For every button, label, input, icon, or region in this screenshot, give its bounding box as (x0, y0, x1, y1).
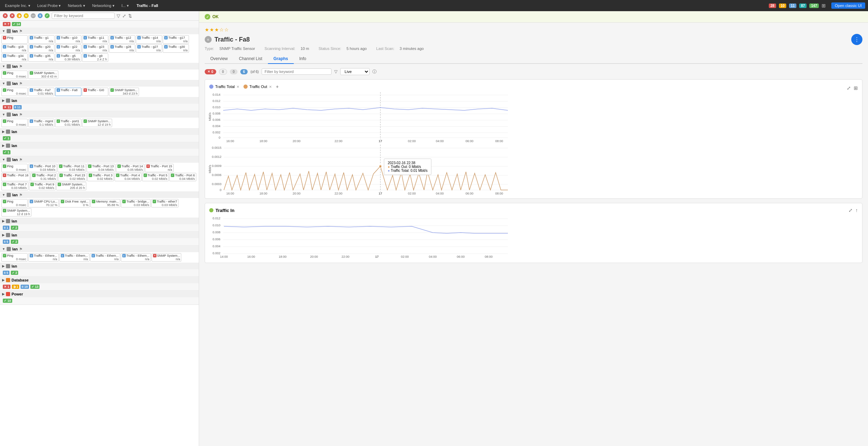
sensor-traffic-g23[interactable]: II Traffic - g23 n/a (82, 44, 108, 53)
legend-remove-out[interactable]: ✕ (269, 85, 272, 89)
sensor-disk[interactable]: ✓ Disk Free: syst... 0 % (59, 199, 90, 207)
sensor-snmp-sys-5[interactable]: ✓ SNMP System... 12 d 19 h (82, 119, 112, 127)
graph-search-input[interactable] (262, 68, 331, 75)
tab-overview[interactable]: Overview (205, 54, 233, 64)
sensor-traffic-g27[interactable]: II Traffic - g27 n/a (136, 44, 162, 53)
sensor-traffic-port1[interactable]: ✓ Traffic - port1 0.01 Mbit/s (55, 119, 81, 127)
sensor-snmp-sys-8[interactable]: ✓ SNMP System... 205 d 20 h (56, 182, 86, 190)
filter-icon[interactable]: ▽ (334, 69, 337, 74)
tab-info[interactable]: Info (294, 54, 312, 64)
status-red-dot[interactable]: ✕ (3, 13, 8, 18)
sensor-traffic-ether7[interactable]: ✓ Traffic - ether7 0.03 Mbit/s (151, 199, 178, 207)
sensor-traffic-g20[interactable]: II Traffic - g20 n/a (28, 44, 54, 53)
group-header-power[interactable]: ▶ Power (0, 291, 199, 297)
sensor-traffic-port7[interactable]: ✓ Traffic - Port 7 0.03 Mbit/s (1, 182, 28, 190)
filter-badge-yellow[interactable]: 0 (219, 69, 227, 75)
group-header-eth[interactable]: ▼ lan ⚑ (0, 246, 199, 252)
status-gray-dot[interactable]: — (31, 13, 36, 18)
sensor-traffic-port14[interactable]: ✓ Traffic - Port 14 0.05 Mbit/s (116, 164, 145, 172)
sensor-traffic-gi0[interactable]: ✕ Traffic - GI0 (82, 88, 108, 96)
status-green-dot[interactable]: ✓ (45, 13, 50, 18)
mini-red-badge[interactable]: ✕ 7 (3, 22, 10, 26)
sensor-traffic-g19[interactable]: II Traffic - g19 n/a (1, 44, 28, 53)
group-header-2[interactable]: ▼ lan ⚑ (0, 63, 199, 70)
status-orange-dot[interactable]: ◑ (17, 13, 22, 18)
sensor-traffic-eth-1[interactable]: II Traffic - Ethere... n/a (28, 253, 59, 262)
nav-example-inc[interactable]: Example Inc. ▾ (3, 3, 32, 9)
sensor-ping-5[interactable]: ✓ Ping 0 msec (1, 119, 28, 127)
sensor-traffic-port9[interactable]: ✓ Traffic - Port 9 0.02 Mbit/s (29, 182, 56, 190)
group-header-9[interactable]: ▼ lan ⚑ (0, 192, 199, 198)
sensor-traffic-g9[interactable]: II Traffic - g9 2.4 Z h (82, 53, 108, 62)
sensor-traffic-fa7[interactable]: II Traffic - Fa7 0.01 Mbit/s (28, 88, 54, 96)
filter-badge-gray[interactable]: 0 (230, 69, 238, 74)
sensor-traffic-g35[interactable]: II Traffic - g35 n/a (28, 53, 54, 62)
sensor-snmp-sys-2[interactable]: ✓ SNMP System... 343 d 23 h (109, 88, 139, 96)
sensor-traffic-eth-3[interactable]: II Traffic - Ethem... n/a (90, 253, 120, 262)
tab-channel-list[interactable]: Channel List (233, 54, 268, 64)
nav-networking[interactable]: Networking ▾ (90, 3, 117, 9)
group-header-database[interactable]: ▶ Database (0, 277, 199, 283)
sensor-ping-eth[interactable]: ✓ Ping 0 msec (1, 253, 28, 262)
sensor-traffic-eth-4[interactable]: II Traffic - Ethem... n/a (121, 253, 151, 262)
add-channel-button[interactable]: + (276, 84, 279, 89)
sensor-snmp-sys-9[interactable]: ✓ SNMP System... 12 d 19 h (1, 208, 31, 217)
sensor-traffic-port15[interactable]: ✕ Traffic - Port 15 n/a (145, 164, 174, 172)
sensor-traffic-g17[interactable]: II Traffic - g17 n/a (163, 35, 189, 44)
sensor-traffic-g14[interactable]: II Traffic - g14 n/a (136, 35, 162, 44)
collapse-traffic-in-icon[interactable]: ↑ (855, 207, 858, 213)
nav-local-probe[interactable]: Local Probe ▾ (35, 3, 63, 9)
tab-graphs[interactable]: Graphs (268, 54, 294, 64)
info-icon[interactable]: ⓘ (372, 69, 377, 75)
filter-icon[interactable]: ▽ (117, 13, 120, 19)
sensor-snmp-sys[interactable]: ✓ SNMP System... 303 d 43 m (28, 71, 58, 79)
live-select[interactable]: Live Last hour Last 24h (340, 68, 370, 75)
badge-red[interactable]: 28 (769, 3, 776, 8)
group-header-11[interactable]: ▶ lan (0, 232, 199, 238)
sensor-traffic-g34[interactable]: II Traffic - g34 n/a (1, 53, 28, 62)
chart-options-icon[interactable]: ⊞ (854, 85, 858, 91)
split-view-icon[interactable]: ⊞ (822, 3, 826, 8)
group-header-10[interactable]: ▶ lan (0, 218, 199, 224)
group-header-1[interactable]: ▼ lan ⚑ (0, 28, 199, 34)
sensor-traffic-port5[interactable]: ✓ Traffic - Port 5 0.02 Mbit/s (142, 173, 169, 181)
status-yellow-dot[interactable]: N (24, 13, 29, 18)
sensor-traffic-port3[interactable]: ✓ Traffic - Port 3 0.02 Mbit/s (87, 173, 114, 181)
group-header-6[interactable]: ▶ lan (0, 129, 199, 135)
sensor-traffic-g11[interactable]: II Traffic - g11 n/a (82, 35, 108, 44)
expand-chart-icon[interactable]: ⤢ (847, 85, 851, 91)
sensor-traffic-port6[interactable]: ✓ Traffic - Port 6 0.04 Mbit/s (169, 173, 196, 181)
group-header-5[interactable]: ▼ lan ⚑ (0, 111, 199, 118)
status-red2-dot[interactable]: ✕ (10, 13, 15, 18)
filter-badge-blue[interactable]: 6 (240, 69, 248, 74)
sensor-traffic-g10[interactable]: II Traffic - g10 n/a (55, 35, 81, 44)
nav-network[interactable]: Network ▾ (66, 3, 87, 9)
nav-i[interactable]: I... ▾ (119, 3, 131, 9)
open-classic-button[interactable]: Open classic UI (831, 2, 865, 9)
sensor-traffic-port4[interactable]: ✓ Traffic - Port 4 0.04 Mbit/s (115, 173, 141, 181)
badge-green[interactable]: 147 (809, 3, 819, 8)
sensor-ping-8[interactable]: ✓ Ping 0 msec (1, 164, 28, 172)
sensor-traffic-port16[interactable]: ✕ Traffic - Port 16 (1, 173, 30, 181)
sensor-traffic-port10[interactable]: II Traffic - Port 10 0.03 Mbit/s (28, 164, 57, 172)
status-blue-dot[interactable]: II (38, 13, 43, 18)
sensor-ping[interactable]: ✕ Ping (1, 35, 28, 44)
group-header-3[interactable]: ▼ lan ⚑ (0, 80, 199, 87)
badge-orange[interactable]: 10 (779, 3, 786, 8)
sensor-traffic-fa8-card[interactable]: II Traffic - Fa8 (55, 88, 81, 96)
group-header-4[interactable]: ▶ lan (0, 97, 199, 104)
sensor-snmp-eth[interactable]: ✕ SNMP System... n/a (152, 253, 182, 262)
expand-traffic-in-icon[interactable]: ⤢ (848, 207, 853, 213)
sensor-traffic-port23[interactable]: ✓ Traffic - Port 23 0.02 Mbit/s (58, 173, 87, 181)
badge-teal[interactable]: 87 (799, 3, 807, 8)
filter-badge-red[interactable]: ✕ 0 (205, 69, 216, 74)
group-header-lan-last[interactable]: ▶ lan (0, 263, 199, 269)
sensor-traffic-port2[interactable]: ✓ Traffic - Port 2 0.31 Mbit/s (31, 173, 58, 181)
legend-remove-total[interactable]: ✕ (236, 85, 239, 89)
actions-button[interactable]: ⋮ (851, 34, 862, 45)
group-header-8[interactable]: ▼ lan ⚑ (0, 156, 199, 163)
expand-icon[interactable]: ⤢ (122, 13, 126, 19)
sensor-traffic-port13[interactable]: ✓ Traffic - Port 13 0.04 Mbit/s (87, 164, 115, 172)
sensor-traffic-g22[interactable]: II Traffic - g22 n/a (55, 44, 81, 53)
mini-green-badge[interactable]: ✓ 14 (12, 22, 21, 26)
